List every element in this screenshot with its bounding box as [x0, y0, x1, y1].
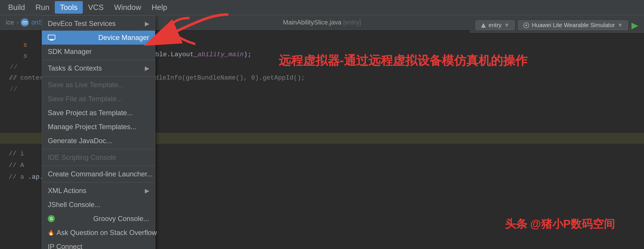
svg-rect-3 [48, 35, 55, 39]
tools-dropdown-menu: DevEco Test Services ▶ Device Manager SD… [42, 15, 155, 249]
breadcrumb-icon: m [21, 18, 29, 27]
entry-dropdown-icon: ▼ [504, 22, 510, 29]
menubar-build[interactable]: Build [3, 1, 30, 14]
code-comment-3: // A [9, 162, 24, 169]
menu-item-ide-scripting: IDE Scripting Console [42, 150, 155, 164]
submenu-arrow-tasks: ▶ [145, 65, 149, 72]
menu-item-deveco-test[interactable]: DevEco Test Services ▶ [42, 17, 155, 31]
breadcrumb-prefix: ice [6, 19, 14, 26]
file-title: MainAbilitySlice.java [entry] [283, 19, 361, 26]
menu-item-sdk-manager[interactable]: SDK Manager [42, 45, 155, 59]
code-comment-2: // i [9, 150, 24, 157]
menu-item-generate-javadoc[interactable]: Generate JavaDoc... [42, 134, 155, 148]
stackoverflow-icon: 🔥 [48, 229, 54, 236]
menubar-tools[interactable]: Tools [55, 1, 83, 14]
menu-item-save-live-template: Save as Live Template... [42, 78, 155, 92]
svg-rect-5 [50, 40, 54, 41]
menubar-window[interactable]: Window [109, 1, 146, 14]
menu-item-save-project-template[interactable]: Save Project as Template... [42, 106, 155, 120]
menubar: Build Run Tools VCS Window Help [0, 0, 644, 15]
menubar-vcs[interactable]: VCS [83, 1, 109, 14]
menu-item-groovy-console[interactable]: G Groovy Console... [42, 212, 155, 226]
menu-item-jshell-console[interactable]: JShell Console... [42, 198, 155, 212]
menu-item-cmdline-launcher[interactable]: Create Command-line Launcher... [42, 167, 155, 181]
menu-item-tasks-contexts[interactable]: Tasks & Contexts ▶ [42, 61, 155, 75]
device-manager-icon [48, 35, 55, 41]
svg-point-2 [525, 24, 527, 26]
separator-1 [42, 60, 155, 60]
toolbar-right: entry ▼ Huawei Lite Wearable Simulator ▼… [470, 18, 644, 33]
menu-item-ip-connect[interactable]: IP Connect [42, 240, 155, 249]
run-button[interactable]: ▶ [631, 20, 638, 30]
simulator-selector[interactable]: Huawei Lite Wearable Simulator ▼ [518, 20, 628, 30]
menu-item-manage-project-templates[interactable]: Manage Project Templates... [42, 120, 155, 134]
separator-3 [42, 149, 155, 149]
menu-item-xml-actions[interactable]: XML Actions ▶ [42, 184, 155, 198]
menubar-run[interactable]: Run [30, 1, 55, 14]
simulator-dropdown-icon: ▼ [617, 22, 623, 29]
menu-item-device-manager[interactable]: Device Manager [42, 31, 155, 45]
watch-icon [523, 22, 529, 29]
menubar-help[interactable]: Help [146, 1, 172, 14]
entry-icon [481, 22, 486, 28]
menu-item-save-file-template: Save File as Template... [42, 92, 155, 106]
svg-marker-0 [481, 23, 486, 28]
submenu-arrow-xml: ▶ [145, 187, 149, 194]
separator-2 [42, 76, 155, 77]
separator-4 [42, 166, 155, 166]
groovy-icon: G [48, 215, 55, 222]
submenu-arrow: ▶ [145, 20, 149, 27]
entry-selector[interactable]: entry ▼ [476, 20, 515, 30]
menu-item-stack-overflow[interactable]: 🔥 Ask Question on Stack Overflow [42, 226, 155, 240]
separator-5 [42, 182, 155, 183]
